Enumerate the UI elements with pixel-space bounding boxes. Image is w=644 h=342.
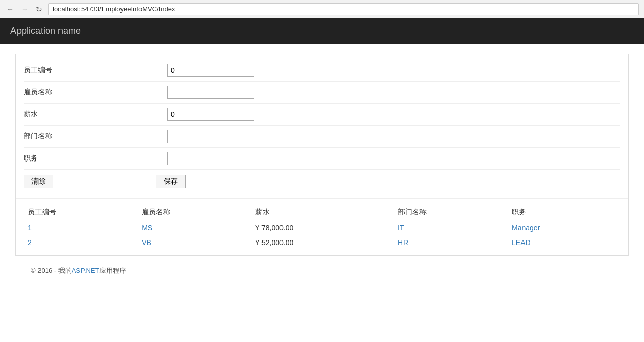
back-button[interactable]: ← [5,4,15,14]
employee-table: 员工编号 雇员名称 薪水 部门名称 职务 1 MS ¥ 78,000.00 IT… [24,205,620,250]
table-header-row: 员工编号 雇员名称 薪水 部门名称 职务 [24,205,620,220]
table-row: 2 VB ¥ 52,000.00 HR LEAD [24,235,620,250]
department-input[interactable] [167,130,254,143]
footer-text: © 2016 - 我的ASP.NET应用程序 [31,267,126,274]
app-header: Application name [0,18,644,44]
cell-name: VB [137,235,251,250]
save-button[interactable]: 保存 [156,175,186,188]
position-input[interactable] [167,152,254,165]
salary-row: 薪水 [24,104,620,126]
col-header-id: 员工编号 [24,205,137,220]
button-row: 清除 保存 [24,170,620,193]
cell-salary: ¥ 52,000.00 [251,235,394,250]
cell-salary: ¥ 78,000.00 [251,220,394,235]
col-header-dept: 部门名称 [394,205,508,220]
department-row: 部门名称 [24,126,620,148]
employee-id-label: 员工编号 [24,66,167,75]
dept-link[interactable]: IT [398,224,404,232]
department-label: 部门名称 [24,132,167,141]
id-link[interactable]: 2 [28,238,32,247]
name-link[interactable]: MS [142,224,152,232]
cell-id: 1 [24,220,137,235]
employee-name-label: 雇员名称 [24,88,167,97]
position-link[interactable]: Manager [512,224,540,232]
position-row: 职务 [24,148,620,170]
cell-dept: HR [394,235,508,250]
cell-position: LEAD [508,235,620,250]
table-section: 员工编号 雇员名称 薪水 部门名称 职务 1 MS ¥ 78,000.00 IT… [16,199,628,255]
col-header-position: 职务 [508,205,620,220]
name-link[interactable]: VB [142,238,151,247]
dept-link[interactable]: HR [398,238,408,247]
cell-name: MS [137,220,251,235]
forward-button[interactable]: → [19,4,30,14]
table-row: 1 MS ¥ 78,000.00 IT Manager [24,220,620,235]
employee-id-input[interactable] [167,64,254,77]
employee-id-row: 员工编号 [24,59,620,82]
position-link[interactable]: LEAD [512,238,531,247]
salary-input[interactable] [167,108,254,121]
position-label: 职务 [24,154,167,163]
form-inner: 员工编号 雇员名称 薪水 部门名称 职务 清除 保 [16,54,628,198]
cell-position: Manager [508,220,620,235]
app-title: Application name [10,26,81,36]
cell-dept: IT [394,220,508,235]
clear-button[interactable]: 清除 [24,175,53,188]
main-content: 员工编号 雇员名称 薪水 部门名称 职务 清除 保 [0,44,644,296]
aspnet-link[interactable]: ASP.NET [72,267,99,274]
browser-chrome: ← → ↻ [0,0,644,18]
col-header-salary: 薪水 [251,205,394,220]
footer: © 2016 - 我的ASP.NET应用程序 [15,256,629,286]
id-link[interactable]: 1 [28,224,32,232]
employee-name-input[interactable] [167,86,254,99]
employee-name-row: 雇员名称 [24,82,620,104]
form-panel: 员工编号 雇员名称 薪水 部门名称 职务 清除 保 [15,54,629,256]
address-bar[interactable] [48,3,639,15]
salary-label: 薪水 [24,110,167,119]
refresh-button[interactable]: ↻ [34,4,44,14]
col-header-name: 雇员名称 [137,205,251,220]
cell-id: 2 [24,235,137,250]
